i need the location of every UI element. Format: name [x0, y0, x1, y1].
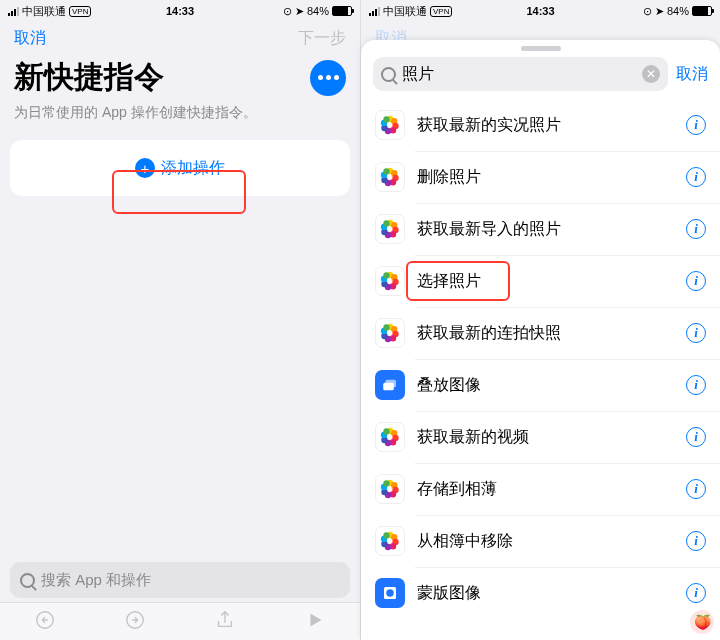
info-button[interactable]: i: [686, 271, 706, 291]
shortcut-app-icon: [375, 370, 405, 400]
info-button[interactable]: i: [686, 375, 706, 395]
add-action-button[interactable]: + 添加操作: [135, 158, 225, 179]
next-button[interactable]: 下一步: [298, 28, 346, 49]
subtitle: 为日常使用的 App 操作创建快捷指令。: [0, 104, 360, 140]
add-action-label: 添加操作: [161, 158, 225, 179]
plus-icon: +: [135, 158, 155, 178]
action-label: 选择照片: [417, 271, 686, 292]
alarm-icon: ⊙: [283, 5, 292, 18]
share-button[interactable]: [214, 609, 236, 635]
info-button[interactable]: i: [686, 167, 706, 187]
play-button[interactable]: [304, 609, 326, 635]
signal-icon: [8, 7, 19, 16]
photos-app-icon: [375, 318, 405, 348]
info-button[interactable]: i: [686, 219, 706, 239]
cancel-button[interactable]: 取消: [14, 28, 46, 49]
signal-icon: [369, 7, 380, 16]
search-placeholder: 搜索 App 和操作: [41, 571, 151, 590]
action-label: 存储到相薄: [417, 479, 686, 500]
photos-app-icon: [375, 422, 405, 452]
battery-percent: 84%: [667, 5, 689, 17]
info-button[interactable]: i: [686, 323, 706, 343]
vpn-badge: VPN: [69, 6, 91, 17]
action-label: 从相簿中移除: [417, 531, 686, 552]
photos-app-icon: [375, 526, 405, 556]
carrier-label: 中国联通: [22, 4, 66, 19]
action-label: 叠放图像: [417, 375, 686, 396]
action-label: 获取最新导入的照片: [417, 219, 686, 240]
action-row[interactable]: 获取最新导入的照片i: [361, 203, 720, 255]
location-icon: ➤: [655, 5, 664, 18]
action-label: 删除照片: [417, 167, 686, 188]
action-row[interactable]: 获取最新的视频i: [361, 411, 720, 463]
info-button[interactable]: i: [686, 531, 706, 551]
info-button[interactable]: i: [686, 479, 706, 499]
action-row[interactable]: 从相簿中移除i: [361, 515, 720, 567]
location-icon: ➤: [295, 5, 304, 18]
action-row[interactable]: 叠放图像i: [361, 359, 720, 411]
carrier-label: 中国联通: [383, 4, 427, 19]
info-button[interactable]: i: [686, 115, 706, 135]
more-button[interactable]: [310, 60, 346, 96]
action-sheet: 照片 ✕ 取消 获取最新的实况照片i删除照片i获取最新导入的照片i选择照片i获取…: [361, 40, 720, 640]
shortcut-app-icon: [375, 578, 405, 608]
action-label: 获取最新的视频: [417, 427, 686, 448]
bottom-toolbar: [0, 602, 360, 640]
action-row[interactable]: 存储到相薄i: [361, 463, 720, 515]
add-action-card: + 添加操作: [10, 140, 350, 196]
sheet-grabber[interactable]: [521, 46, 561, 51]
search-field[interactable]: 照片 ✕: [373, 57, 668, 91]
photos-app-icon: [375, 162, 405, 192]
search-icon: [20, 573, 35, 588]
action-label: 获取最新的连拍快照: [417, 323, 686, 344]
cancel-search-button[interactable]: 取消: [676, 64, 708, 85]
photos-app-icon: [375, 214, 405, 244]
vpn-badge: VPN: [430, 6, 452, 17]
alarm-icon: ⊙: [643, 5, 652, 18]
redo-button[interactable]: [124, 609, 146, 635]
photos-app-icon: [375, 266, 405, 296]
info-button[interactable]: i: [686, 583, 706, 603]
battery-icon: [332, 6, 352, 16]
status-bar: 中国联通 VPN 14:33 ⊙ ➤ 84%: [361, 0, 720, 22]
clear-search-button[interactable]: ✕: [642, 65, 660, 83]
page-title: 新快捷指令: [14, 57, 164, 98]
battery-icon: [692, 6, 712, 16]
action-row[interactable]: 删除照片i: [361, 151, 720, 203]
action-row[interactable]: 选择照片i: [361, 255, 720, 307]
photos-app-icon: [375, 110, 405, 140]
search-bar[interactable]: 搜索 App 和操作: [10, 562, 350, 598]
action-row[interactable]: 获取最新的连拍快照i: [361, 307, 720, 359]
info-button[interactable]: i: [686, 427, 706, 447]
action-label: 蒙版图像: [417, 583, 686, 604]
search-icon: [381, 67, 396, 82]
action-list: 获取最新的实况照片i删除照片i获取最新导入的照片i选择照片i获取最新的连拍快照i…: [361, 99, 720, 640]
nav-bar: 取消 下一步: [0, 22, 360, 53]
battery-percent: 84%: [307, 5, 329, 17]
status-bar: 中国联通 VPN 14:33 ⊙ ➤ 84%: [0, 0, 360, 22]
photos-app-icon: [375, 474, 405, 504]
action-label: 获取最新的实况照片: [417, 115, 686, 136]
action-row[interactable]: 获取最新的实况照片i: [361, 99, 720, 151]
phone-right: 中国联通 VPN 14:33 ⊙ ➤ 84% 取消 照片 ✕ 取消 获取最新的实…: [360, 0, 720, 640]
search-value: 照片: [402, 64, 636, 85]
action-row[interactable]: 蒙版图像i: [361, 567, 720, 619]
watermark-icon: 🍑: [690, 610, 714, 634]
phone-left: 中国联通 VPN 14:33 ⊙ ➤ 84% 取消 下一步 新快捷指令 为日常使…: [0, 0, 360, 640]
undo-button[interactable]: [34, 609, 56, 635]
